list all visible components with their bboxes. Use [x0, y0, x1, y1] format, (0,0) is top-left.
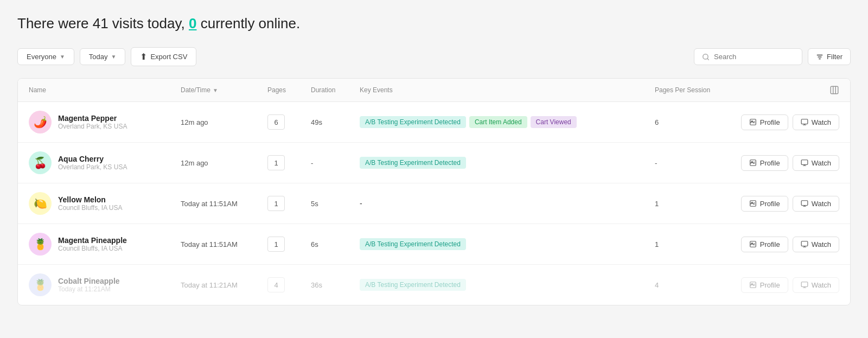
profile-icon	[749, 159, 757, 167]
key-event-badge: Cart Viewed	[531, 116, 577, 128]
user-info: 🍒 Aqua Cherry Overland Park, KS USA	[29, 151, 181, 174]
search-icon	[702, 53, 710, 61]
user-info: 🌶️ Magenta Pepper Overland Park, KS USA	[29, 111, 181, 133]
export-csv-button[interactable]: ⬆ Export CSV	[131, 47, 196, 66]
today-label: Today	[89, 53, 108, 61]
key-events: A/B Testing Experiment DetectedCart Item…	[360, 116, 655, 128]
watch-label: Watch	[812, 118, 831, 126]
watch-label: Watch	[812, 281, 831, 289]
pages-per-session: 1	[655, 200, 742, 208]
col-key-events: Key Events	[360, 86, 655, 94]
watch-icon	[801, 200, 808, 207]
visit-datetime: 12m ago	[181, 118, 267, 126]
profile-label: Profile	[760, 159, 780, 167]
svg-rect-16	[801, 201, 808, 206]
profile-label: Profile	[760, 118, 780, 126]
watch-button[interactable]: Watch	[793, 196, 839, 212]
col-name: Name	[29, 86, 181, 94]
columns-icon[interactable]	[829, 85, 839, 95]
visit-duration: 49s	[311, 118, 360, 126]
user-name: Magenta Pepper	[58, 114, 127, 123]
visit-datetime: 12m ago	[181, 159, 267, 167]
svg-rect-22	[801, 282, 808, 287]
profile-icon	[749, 200, 757, 207]
pages-per-session: 4	[655, 281, 742, 289]
user-name: Magenta Pineapple	[58, 236, 127, 245]
col-duration: Duration	[311, 86, 360, 94]
today-button[interactable]: Today ▼	[80, 48, 126, 65]
everyone-label: Everyone	[27, 53, 56, 61]
table-row: 🍋 Yellow Melon Council Bluffs, IA USA To…	[18, 183, 850, 224]
pages-per-session: 6	[655, 118, 742, 126]
avatar: 🌶️	[29, 111, 52, 133]
user-location: Council Bluffs, IA USA	[58, 245, 127, 252]
visit-pages: 6	[267, 114, 311, 130]
key-events: A/B Testing Experiment Detected	[360, 157, 655, 169]
table-row: 🍍 Magenta Pineapple Council Bluffs, IA U…	[18, 224, 850, 265]
profile-label: Profile	[760, 200, 780, 208]
col-actions-icon	[742, 85, 839, 95]
profile-label: Profile	[760, 240, 780, 248]
chevron-down-icon: ▼	[60, 54, 65, 60]
headline-prefix: There were 41 visits today,	[17, 15, 185, 31]
table-body: 🌶️ Magenta Pepper Overland Park, KS USA …	[18, 102, 850, 305]
watch-button[interactable]: Watch	[793, 114, 839, 130]
filter-button[interactable]: Filter	[808, 48, 851, 65]
export-icon: ⬆	[140, 52, 147, 62]
chevron-down-icon: ▼	[111, 54, 117, 60]
profile-button[interactable]: Profile	[741, 277, 788, 293]
watch-button[interactable]: Watch	[793, 237, 839, 252]
visit-duration: 5s	[311, 200, 360, 208]
headline-highlight: 0	[189, 15, 196, 31]
col-datetime: Date/Time ▼	[181, 86, 267, 94]
user-details: Cobalt Pineapple Today at 11:21AM	[58, 277, 120, 293]
key-events: -	[360, 199, 655, 208]
table-row: 🍒 Aqua Cherry Overland Park, KS USA 12m …	[18, 143, 850, 183]
profile-icon	[749, 118, 757, 126]
user-name: Yellow Melon	[58, 195, 123, 204]
sort-icon: ▼	[213, 87, 218, 93]
profile-button[interactable]: Profile	[741, 196, 788, 212]
watch-icon	[801, 118, 808, 126]
everyone-button[interactable]: Everyone ▼	[17, 48, 74, 65]
profile-button[interactable]: Profile	[741, 155, 788, 171]
visit-datetime: Today at 11:51AM	[181, 200, 267, 208]
row-actions: Profile Watch	[742, 277, 839, 293]
profile-button[interactable]: Profile	[741, 114, 788, 130]
svg-rect-19	[801, 241, 808, 246]
row-actions: Profile Watch	[742, 155, 839, 171]
user-name: Aqua Cherry	[58, 155, 127, 163]
visit-datetime: Today at 11:21AM	[181, 281, 267, 289]
key-event-badge: A/B Testing Experiment Detected	[360, 157, 466, 169]
filter-icon	[816, 53, 824, 61]
key-event-badge: A/B Testing Experiment Detected	[360, 279, 466, 291]
avatar: 🍋	[29, 192, 52, 215]
headline: There were 41 visits today, 0 currently …	[17, 15, 851, 32]
key-events: A/B Testing Experiment Detected	[360, 238, 655, 250]
svg-rect-5	[831, 86, 838, 94]
col-pages: Pages	[267, 86, 311, 94]
watch-button[interactable]: Watch	[793, 155, 839, 171]
watch-button[interactable]: Watch	[793, 277, 839, 293]
user-location: Council Bluffs, IA USA	[58, 204, 123, 212]
user-details: Magenta Pepper Overland Park, KS USA	[58, 114, 127, 130]
row-actions: Profile Watch	[742, 196, 839, 212]
watch-label: Watch	[812, 159, 831, 167]
visit-pages: 4	[267, 277, 311, 292]
user-info: 🍍 Cobalt Pineapple Today at 11:21AM	[29, 273, 181, 296]
avatar: 🍍	[29, 233, 52, 256]
profile-button[interactable]: Profile	[741, 237, 788, 252]
avatar: 🍒	[29, 151, 52, 174]
user-location: Today at 11:21AM	[58, 285, 120, 293]
visit-duration: 36s	[311, 281, 360, 289]
watch-label: Watch	[812, 240, 831, 248]
user-info: 🍋 Yellow Melon Council Bluffs, IA USA	[29, 192, 181, 215]
visit-pages: 1	[267, 237, 311, 252]
headline-suffix: currently online.	[201, 15, 301, 31]
avatar: 🍍	[29, 273, 52, 296]
search-input[interactable]	[714, 53, 794, 61]
toolbar: Everyone ▼ Today ▼ ⬆ Export CSV Filter	[17, 47, 851, 66]
pages-per-session: 1	[655, 240, 742, 248]
user-details: Yellow Melon Council Bluffs, IA USA	[58, 195, 123, 212]
key-events: A/B Testing Experiment Detected	[360, 279, 655, 291]
